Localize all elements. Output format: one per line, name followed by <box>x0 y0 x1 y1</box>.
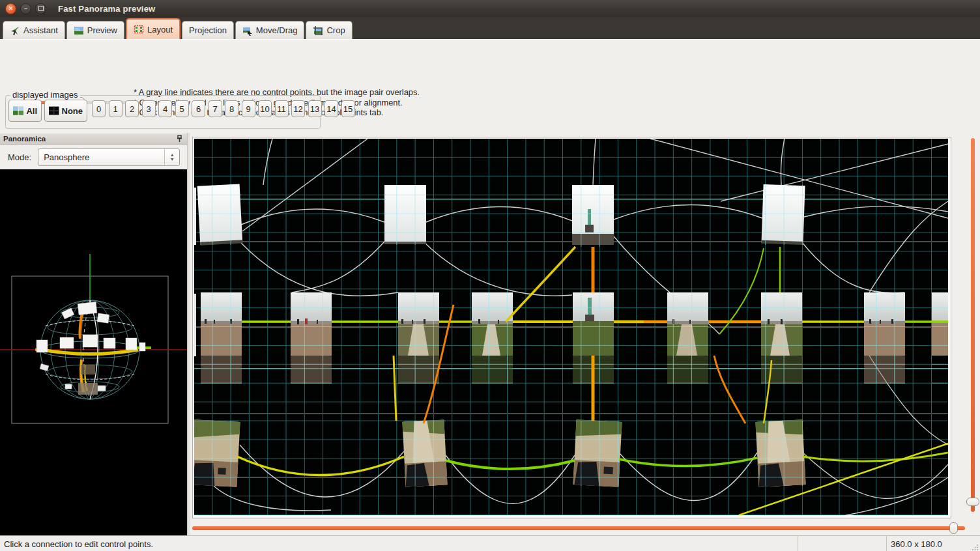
svg-text:GL: GL <box>75 27 81 31</box>
all-images-icon <box>13 106 23 115</box>
layout-canvas[interactable] <box>194 139 948 515</box>
group-label: displayed images <box>10 90 80 100</box>
canvas-size-indicator: 360.0 x 180.0 <box>887 536 980 551</box>
vertical-scroll-slider[interactable] <box>968 138 978 516</box>
resize-grip-icon[interactable] <box>972 544 979 550</box>
panoramica-header: Panoramica <box>0 134 187 145</box>
preview-icon: GL <box>74 25 84 36</box>
panoramica-panel: Panoramica Mode: Panosphere ▲▼ <box>0 133 187 535</box>
tab-bar: Assistant GL Preview Layout Projection M… <box>0 17 980 39</box>
vertical-slider-thumb[interactable] <box>966 498 979 506</box>
show-all-button[interactable]: All <box>8 100 42 122</box>
no-images-icon <box>49 106 59 115</box>
image-toggle-3[interactable]: 3 <box>142 100 156 117</box>
image-toggle-2[interactable]: 2 <box>125 100 139 117</box>
image-toggle-7[interactable]: 7 <box>209 100 222 117</box>
tab-projection[interactable]: Projection <box>182 21 234 39</box>
sphere-image-patches <box>36 302 145 391</box>
image-toggle-row: 0 1 2 3 4 5 6 7 8 9 10 11 12 13 14 15 <box>92 100 355 117</box>
tab-preview[interactable]: GL Preview <box>66 21 124 39</box>
image-toggle-13[interactable]: 13 <box>308 100 322 117</box>
move-drag-icon <box>242 25 253 36</box>
image-toggle-14[interactable]: 14 <box>324 100 338 117</box>
horizontal-slider-thumb[interactable] <box>949 522 958 534</box>
layout-canvas-area <box>190 133 980 535</box>
crop-icon <box>313 25 323 36</box>
pushpin-icon[interactable] <box>176 135 183 143</box>
tab-layout[interactable]: Layout <box>126 18 180 39</box>
layout-canvas-frame <box>192 137 951 518</box>
status-middle-cell <box>798 536 887 551</box>
image-toggle-5[interactable]: 5 <box>175 100 189 117</box>
displayed-images-group: displayed images All None 0 1 2 3 4 5 6 … <box>5 95 321 129</box>
horizontal-scroll-slider[interactable] <box>192 522 972 534</box>
image-toggle-12[interactable]: 12 <box>291 100 305 117</box>
show-none-button[interactable]: None <box>44 100 87 122</box>
tab-crop[interactable]: Crop <box>306 21 352 39</box>
spinner-arrows-icon[interactable]: ▲▼ <box>164 149 179 165</box>
image-toggle-8[interactable]: 8 <box>225 100 238 117</box>
image-toggle-4[interactable]: 4 <box>158 100 172 117</box>
status-message: Click a connection to edit control point… <box>0 536 798 551</box>
title-bar: ✕ – Fast Panorama preview <box>0 0 980 17</box>
image-toggle-11[interactable]: 11 <box>275 100 289 117</box>
panosphere-preview[interactable] <box>0 169 187 535</box>
minimize-icon[interactable]: – <box>20 3 31 14</box>
window-title: Fast Panorama preview <box>58 4 155 14</box>
mode-value: Panosphere <box>38 152 89 162</box>
tab-assistant[interactable]: Assistant <box>3 21 65 39</box>
tab-move-drag[interactable]: Move/Drag <box>235 21 305 39</box>
mode-row: Mode: Panosphere ▲▼ <box>0 145 187 169</box>
image-toggle-1[interactable]: 1 <box>109 100 122 117</box>
status-bar: Click a connection to edit control point… <box>0 535 980 551</box>
layout-toolbar: Scale: * A gray line indicates there are… <box>0 39 980 91</box>
image-toggle-0[interactable]: 0 <box>92 100 106 117</box>
image-toggle-10[interactable]: 10 <box>258 100 272 117</box>
layout-icon <box>134 24 144 35</box>
close-icon[interactable]: ✕ <box>5 3 16 14</box>
mode-label: Mode: <box>8 152 31 162</box>
image-toggle-6[interactable]: 6 <box>192 100 205 117</box>
maximize-icon[interactable] <box>35 3 46 14</box>
assistant-icon <box>10 25 20 36</box>
sphere-equator-band <box>42 350 138 354</box>
image-toggle-15[interactable]: 15 <box>341 100 355 117</box>
image-toggle-9[interactable]: 9 <box>242 100 255 117</box>
mode-select[interactable]: Panosphere ▲▼ <box>38 148 180 166</box>
